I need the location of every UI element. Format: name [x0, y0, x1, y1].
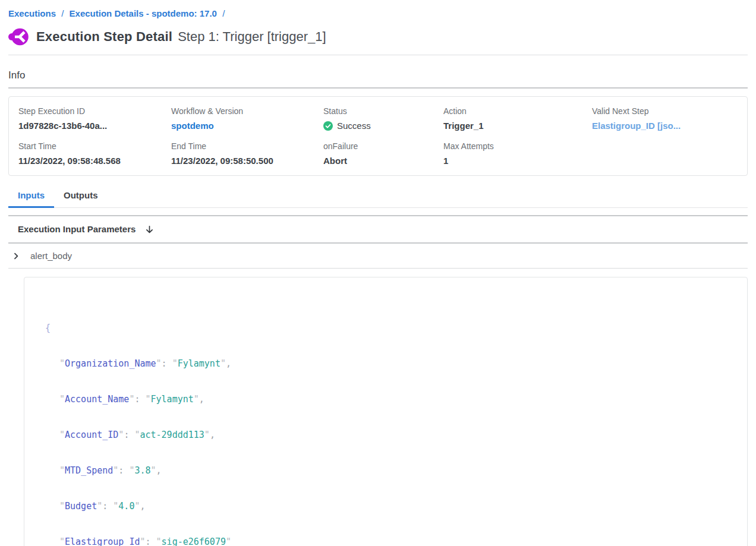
- info-field-workflow-version: Workflow & Version spotdemo: [171, 106, 323, 131]
- field-value: 1d97828c-13b6-40a...: [18, 121, 171, 131]
- json-value: act-29ddd113: [140, 430, 204, 440]
- json-key: Account_Name: [65, 394, 129, 405]
- field-value: Abort: [323, 156, 443, 166]
- colon: :: [102, 501, 113, 512]
- info-field-step-execution-id: Step Execution ID 1d97828c-13b6-40a...: [18, 106, 171, 131]
- json-entry: "Account_ID": "act-29ddd113",: [45, 429, 735, 441]
- workflow-link[interactable]: spotdemo: [171, 121, 323, 131]
- tab-inputs[interactable]: Inputs: [8, 190, 54, 208]
- comma: ,: [210, 430, 215, 440]
- execution-input-parameters-header: Execution Input Parameters: [8, 215, 748, 244]
- comma: ,: [199, 394, 204, 405]
- page-subtitle: Step 1: Trigger [trigger_1]: [178, 29, 326, 45]
- json-key: Elastigroup_Id: [65, 536, 140, 546]
- quote: ": [97, 501, 102, 512]
- json-value: 4.0: [118, 501, 134, 512]
- page-header: Execution Step Detail Step 1: Trigger [t…: [8, 28, 748, 46]
- field-label: Max Attempts: [443, 141, 592, 151]
- json-entry: "Account_Name": "Fylamynt",: [45, 393, 735, 405]
- tab-bar: Inputs Outputs: [8, 190, 748, 208]
- field-label: Start Time: [18, 141, 171, 151]
- chevron-right-icon: [12, 252, 20, 260]
- quote: ": [113, 465, 118, 476]
- field-value: 11/23/2022, 09:58:48.568: [18, 156, 171, 166]
- colon: :: [118, 465, 129, 476]
- info-field-end-time: End Time 11/23/2022, 09:58:50.500: [171, 141, 323, 166]
- colon: :: [134, 394, 145, 405]
- json-entry: "Elastigroup_Id": "sig-e26f6079": [45, 536, 735, 546]
- json-value: Fylamynt: [178, 358, 220, 369]
- info-field-status: Status Success: [323, 106, 443, 131]
- colon: :: [124, 430, 134, 440]
- field-label: End Time: [171, 141, 323, 151]
- comma: ,: [156, 465, 162, 476]
- json-value: sig-e26f6079: [162, 536, 226, 546]
- json-entry: "MTD_Spend": "3.8",: [45, 465, 735, 476]
- field-label: onFailure: [323, 141, 443, 151]
- quote: ": [194, 394, 199, 405]
- header-divider: [8, 55, 748, 55]
- quote: ": [140, 536, 145, 546]
- quote: ": [59, 358, 65, 369]
- quote: ": [226, 536, 231, 546]
- section-row-alert-body[interactable]: alert_body: [8, 244, 748, 269]
- quote: ": [59, 465, 65, 476]
- comma: ,: [226, 358, 231, 369]
- execution-step-detail-page: Executions / Execution Details - spotdem…: [0, 0, 756, 546]
- comma: ,: [140, 501, 145, 512]
- info-field-onfailure: onFailure Abort: [323, 141, 443, 166]
- info-field-empty: [592, 141, 738, 166]
- breadcrumb-separator: /: [222, 8, 225, 18]
- breadcrumb-separator: /: [61, 8, 64, 18]
- arrow-down-icon[interactable]: [144, 225, 155, 235]
- json-key: Budget: [65, 501, 97, 512]
- tab-outputs-label: Outputs: [64, 190, 98, 200]
- info-field-start-time: Start Time 11/23/2022, 09:58:48.568: [18, 141, 171, 166]
- info-field-valid-next-step: Valid Next Step Elastigroup_ID [jso...: [592, 106, 738, 131]
- quote: ": [59, 501, 65, 512]
- check-circle-icon: [323, 121, 333, 131]
- info-card: Step Execution ID 1d97828c-13b6-40a... W…: [8, 96, 748, 176]
- field-label: Workflow & Version: [171, 106, 323, 116]
- field-label: Action: [443, 106, 592, 116]
- brace: {: [45, 323, 51, 333]
- section-label-alert-body: alert_body: [30, 250, 72, 261]
- info-heading-divider: [8, 87, 748, 89]
- field-value: Trigger_1: [443, 121, 592, 131]
- json-key: Organization_Name: [65, 358, 156, 369]
- field-label: Step Execution ID: [18, 106, 171, 116]
- json-open-brace: {: [45, 322, 735, 334]
- next-step-link[interactable]: Elastigroup_ID [jso...: [592, 121, 738, 131]
- quote: ": [59, 394, 65, 405]
- field-value: 1: [443, 156, 592, 166]
- quote: ": [220, 358, 226, 369]
- quote: ": [204, 430, 210, 440]
- colon: :: [162, 358, 172, 369]
- fylamynt-flow-icon: [8, 28, 29, 46]
- info-field-max-attempts: Max Attempts 1: [443, 141, 592, 166]
- colon: :: [146, 536, 156, 546]
- info-section-heading: Info: [8, 70, 748, 81]
- breadcrumb: Executions / Execution Details - spotdem…: [8, 0, 748, 18]
- quote: ": [172, 358, 178, 369]
- alert-body-json-viewer: { "Organization_Name": "Fylamynt", "Acco…: [24, 277, 748, 546]
- breadcrumb-execution-details-link[interactable]: Execution Details - spotdemo: 17.0: [70, 8, 217, 18]
- quote: ": [151, 465, 156, 476]
- json-entry: "Budget": "4.0",: [45, 500, 735, 512]
- field-label: Status: [323, 106, 443, 116]
- quote: ": [59, 430, 65, 440]
- field-value: 11/23/2022, 09:58:50.500: [171, 156, 323, 166]
- status-badge: Success: [323, 121, 443, 131]
- execution-input-parameters-label: Execution Input Parameters: [18, 224, 136, 235]
- breadcrumb-executions-link[interactable]: Executions: [8, 8, 56, 18]
- json-value: Fylamynt: [151, 394, 194, 405]
- json-key: MTD_Spend: [65, 465, 113, 476]
- quote: ": [59, 536, 65, 546]
- tab-outputs[interactable]: Outputs: [54, 190, 108, 208]
- quote: ": [146, 394, 151, 405]
- quote: ": [156, 536, 162, 546]
- status-text: Success: [337, 121, 371, 131]
- section-alert-body: alert_body { "Organization_Name": "Fylam…: [8, 244, 748, 546]
- field-label: Valid Next Step: [592, 106, 738, 116]
- quote: ": [156, 358, 162, 369]
